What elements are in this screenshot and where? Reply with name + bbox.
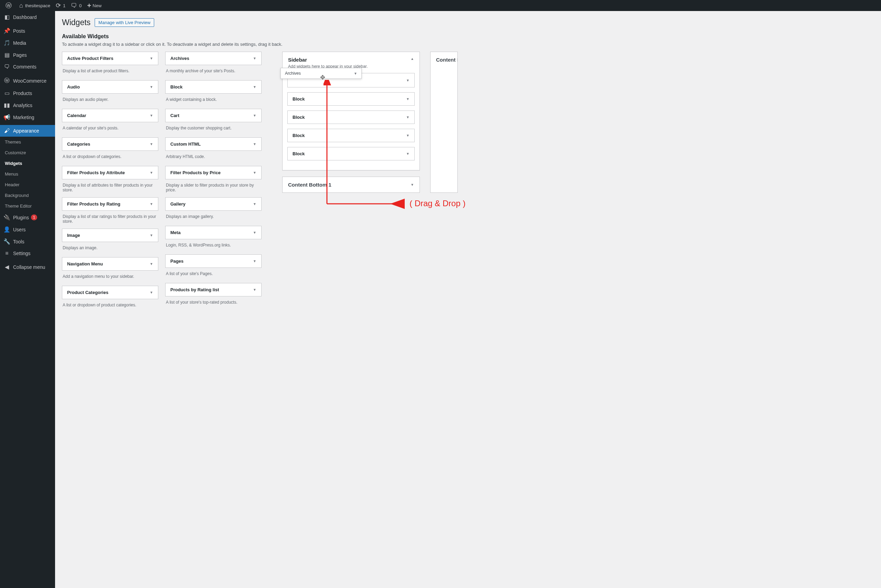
chevron-down-icon: ▼ <box>411 183 414 187</box>
chevron-down-icon: ▼ <box>150 114 153 117</box>
widget-description: Displays an image gallery. <box>165 211 262 226</box>
marketing-icon: 📢 <box>3 114 10 120</box>
available-widget[interactable]: Navigation Menu▼ <box>62 257 158 271</box>
widget-title: Meta <box>170 230 181 235</box>
sliders-icon: ≡ <box>3 250 10 256</box>
submenu-customize[interactable]: Customize <box>0 147 55 158</box>
available-widget[interactable]: Filter Products by Price▼ <box>165 166 262 179</box>
page-title: Widgets <box>62 18 90 27</box>
comments-link[interactable]: 🗨0 <box>68 0 84 11</box>
available-widget[interactable]: Custom HTML▼ <box>165 137 262 151</box>
pin-icon: 📌 <box>3 27 10 34</box>
sidebar-area-title: Sidebar <box>288 57 307 63</box>
widget-title: Image <box>67 233 80 238</box>
submenu-menus[interactable]: Menus <box>0 169 55 179</box>
submenu-widgets[interactable]: Widgets <box>0 158 55 169</box>
admin-menu: ◧Dashboard 📌Posts 🎵Media ▤Pages 🗨Comment… <box>0 11 55 588</box>
widget-title: Product Categories <box>67 290 108 295</box>
menu-analytics[interactable]: ▮▮Analytics <box>0 99 55 111</box>
menu-pages[interactable]: ▤Pages <box>0 49 55 61</box>
chevron-down-icon: ▼ <box>150 233 153 237</box>
available-widget[interactable]: Product Categories▼ <box>62 286 158 299</box>
menu-comments[interactable]: 🗨Comments <box>0 61 55 73</box>
widget-description: Display a list of attributes to filter p… <box>62 179 158 197</box>
chevron-down-icon: ▼ <box>150 291 153 294</box>
widget-title: Gallery <box>170 201 186 207</box>
chevron-up-icon[interactable]: ▲ <box>411 57 414 61</box>
menu-media[interactable]: 🎵Media <box>0 37 55 49</box>
widget-description: Arbitrary HTML code. <box>165 151 262 166</box>
menu-products[interactable]: ▭Products <box>0 87 55 99</box>
available-widget[interactable]: Categories▼ <box>62 137 158 151</box>
submenu-themes[interactable]: Themes <box>0 136 55 147</box>
chevron-down-icon: ▼ <box>253 288 256 292</box>
available-widget[interactable]: Block▼ <box>165 80 262 94</box>
site-name: thesitespace <box>25 3 50 8</box>
chevron-down-icon: ▼ <box>150 262 153 266</box>
menu-settings[interactable]: ≡Settings <box>0 248 55 259</box>
available-widgets-desc: To activate a widget drag it to a sideba… <box>62 42 874 47</box>
comments-count: 0 <box>79 3 82 8</box>
widget-title: Pages <box>170 258 183 264</box>
chevron-down-icon: ▼ <box>253 114 256 117</box>
available-widget[interactable]: Archives▼ <box>165 52 262 65</box>
available-widget[interactable]: Image▼ <box>62 229 158 242</box>
available-widget[interactable]: Products by Rating list▼ <box>165 283 262 296</box>
available-widget[interactable]: Active Product Filters▼ <box>62 52 158 65</box>
widget-description: A list of your site's Pages. <box>165 268 262 283</box>
manage-live-preview-button[interactable]: Manage with Live Preview <box>94 18 154 27</box>
comment-icon: 🗨 <box>71 2 77 9</box>
widget-title: Block <box>170 84 183 90</box>
available-widget[interactable]: Filter Products by Attribute▼ <box>62 166 158 179</box>
menu-collapse[interactable]: ◀Collapse menu <box>0 261 55 273</box>
available-widget[interactable]: Gallery▼ <box>165 197 262 211</box>
available-widget[interactable]: Filter Products by Rating▼ <box>62 197 158 211</box>
menu-plugins[interactable]: 🔌Plugins1 <box>0 212 55 224</box>
extra-widget-area[interactable]: Content B <box>430 52 458 193</box>
chevron-down-icon: ▼ <box>253 171 256 174</box>
available-widget[interactable]: Audio▼ <box>62 80 158 94</box>
menu-tools[interactable]: 🔧Tools <box>0 236 55 248</box>
chevron-down-icon: ▼ <box>150 171 153 174</box>
wordpress-icon: ⓦ <box>6 2 12 10</box>
placed-widget-title: Block <box>292 133 304 138</box>
brush-icon: 🖌 <box>3 128 10 134</box>
move-cursor-icon: ✥ <box>320 74 325 81</box>
available-widget[interactable]: Meta▼ <box>165 226 262 239</box>
widget-title: Audio <box>67 84 80 90</box>
ghost-title: Archives <box>285 71 301 76</box>
widget-title: Filter Products by Rating <box>67 201 120 207</box>
updates-link[interactable]: ⟳1 <box>53 0 68 11</box>
plugins-badge: 1 <box>31 214 37 220</box>
update-icon: ⟳ <box>56 2 61 9</box>
chevron-down-icon: ▼ <box>253 85 256 89</box>
widget-title: Filter Products by Price <box>170 170 220 175</box>
available-widget[interactable]: Calendar▼ <box>62 109 158 122</box>
widget-description: Display a slider to filter products in y… <box>165 179 262 197</box>
plugin-icon: 🔌 <box>3 214 10 220</box>
available-widget[interactable]: Cart▼ <box>165 109 262 122</box>
widget-description: Display the customer shopping cart. <box>165 122 262 137</box>
menu-woocommerce[interactable]: ⓦWooCommerce <box>0 74 55 87</box>
new-link[interactable]: +New <box>84 0 104 11</box>
woo-icon: ⓦ <box>3 77 10 84</box>
chevron-down-icon: ▼ <box>253 57 256 60</box>
wp-logo[interactable]: ⓦ <box>3 0 16 11</box>
submenu-theme-editor[interactable]: Theme Editor <box>0 201 55 212</box>
available-widget[interactable]: Pages▼ <box>165 254 262 268</box>
menu-marketing[interactable]: 📢Marketing <box>0 111 55 123</box>
submenu-background[interactable]: Background <box>0 190 55 201</box>
menu-posts[interactable]: 📌Posts <box>0 25 55 37</box>
menu-appearance[interactable]: 🖌Appearance <box>0 125 55 136</box>
menu-users[interactable]: 👤Users <box>0 224 55 236</box>
home-icon: ⌂ <box>19 2 23 9</box>
analytics-icon: ▮▮ <box>3 102 10 108</box>
widget-description: A calendar of your site's posts. <box>62 122 158 137</box>
placed-widget-title: Block <box>292 151 304 156</box>
products-icon: ▭ <box>3 90 10 96</box>
widget-description: A list of your store's top-rated product… <box>165 296 262 312</box>
menu-dashboard[interactable]: ◧Dashboard <box>0 11 55 23</box>
submenu-header[interactable]: Header <box>0 179 55 190</box>
site-link[interactable]: ⌂thesitespace <box>16 0 53 11</box>
pages-icon: ▤ <box>3 52 10 58</box>
